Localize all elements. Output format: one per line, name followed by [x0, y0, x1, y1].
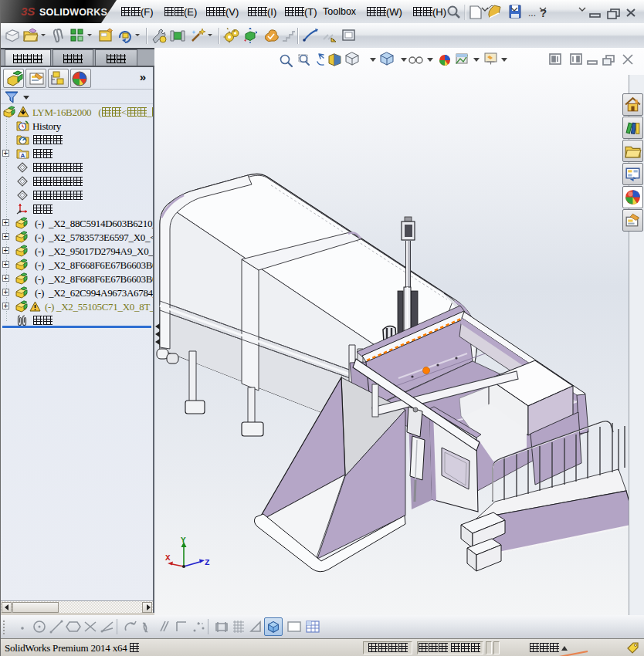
svg-text:A: A	[21, 152, 25, 159]
svg-text:3S: 3S	[21, 5, 35, 18]
svg-text:X: X	[165, 553, 171, 563]
svg-text:...: ...	[528, 8, 536, 19]
svg-text:Z: Z	[205, 558, 210, 567]
svg-text:Y: Y	[181, 536, 186, 545]
svg-text:SOLIDWORKS: SOLIDWORKS	[39, 7, 107, 18]
